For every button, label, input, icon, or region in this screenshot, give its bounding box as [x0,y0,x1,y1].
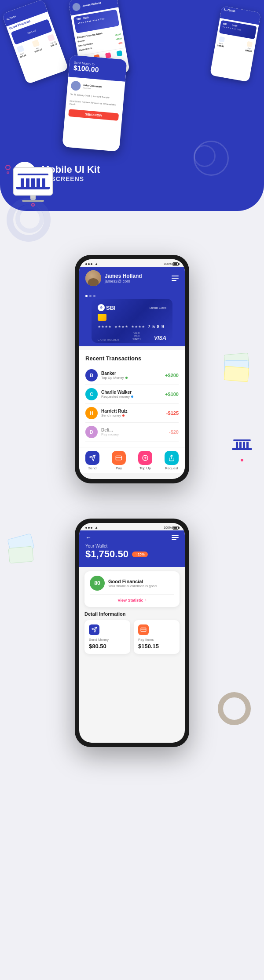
spacer-2 [0,497,264,514]
bottom-padding [0,760,264,787]
table-row: B Banker Top Up Money +$200 [85,366,179,385]
card-chip [98,314,106,321]
svg-rect-3 [141,628,146,632]
send-money-value: $80.50 [89,643,126,650]
avatar: C [85,388,98,400]
nav-topup[interactable]: Top Up [138,451,152,470]
avatar: B [85,369,98,381]
sbi-logo: ⊙ SBI [98,304,116,311]
phone-frame-1: ▲ 100% James Holland [75,255,189,483]
pay-items-icon [140,627,147,633]
nav-request[interactable]: Request [165,451,179,470]
wallet-label: Your Wallet [85,544,179,548]
send-money-label: Send Money [89,638,126,642]
spacer-1 [0,211,264,246]
card-dots-indicator [79,293,185,299]
topup-icon [142,454,149,461]
table-row: H Harriett Ruiz Send money -$125 [85,404,179,423]
good-financial-card: 80 Good Financial Your financial conditi… [84,571,180,607]
financial-sub: Your financial condition is good [108,584,174,588]
user-email: james2@.com [105,279,168,283]
phone-frame-2: ▲ 100% ← [75,519,189,747]
nav-pay[interactable]: Pay [112,451,126,470]
card-number: ★★★★ ★★★★ ★★★★ 7 5 8 9 [98,324,166,329]
phone-preview-tr: $1,750.50 SBI Debit ★★★★ ★★★★ 7589 Send … [210,6,261,82]
phone-screen-2: ▲ 100% ← [79,523,185,743]
tc-avatar [72,2,81,11]
status-bar-2: ▲ 100% [79,523,185,530]
phone-main-2-wrapper: ▲ 100% ← [0,514,264,760]
send-money-icon [91,627,97,633]
user-name: James Holland [105,273,168,279]
wallet-badge: ↑ 15% [132,552,148,557]
detail-section: Detail Information Send Money $80.50 [79,607,185,658]
pay-items-label: Pay Items [138,638,175,642]
financial-score: 80 [90,576,105,591]
deco-left [9,536,33,563]
detail-title: Detail Information [84,611,180,617]
phone-screen-1: ▲ 100% James Holland [79,259,185,479]
menu-icon[interactable] [172,276,179,281]
avatar: H [85,407,98,419]
nav-send[interactable]: Send [85,451,99,470]
hero-section: $1,750.50 Good Financial SBI Card Send $… [0,0,264,211]
detail-card-send: Send Money $80.50 [84,620,130,654]
debit-card: ⊙ SBI Debit Card ★★★★ ★★★★ ★★★★ 7 5 8 9 [92,299,172,343]
phone-main-1-wrapper: ▲ 100% James Holland [0,246,264,497]
financial-title: Good Financial [108,579,174,584]
transactions-section: Recent Transactions B Banker Top Up Mone… [79,350,185,447]
svg-rect-0 [116,456,121,460]
phone-preview-tl: $1,750.50 Good Financial SBI Card Send $… [2,0,69,84]
screen2-header: ← Your Wallet $1,750.50 ↑ 15% [79,530,185,567]
avatar: D [85,426,98,438]
pay-icon [115,454,122,461]
send-icon [89,454,96,461]
deco-bank-right [231,439,253,461]
deco-ring-bottom [218,692,251,725]
bottom-nav: Send Pay [79,447,185,473]
transactions-title: Recent Transactions [85,355,179,362]
detail-card-pay: Pay Items $150.15 [134,620,180,654]
screen1-header: James Holland james2@.com [79,267,185,293]
back-button[interactable]: ← [85,534,92,541]
view-statistic-link[interactable]: View Statistic [118,598,143,603]
table-row: C Charlie Walker Requested money +$100 [85,385,179,404]
send-avatar [70,80,81,91]
deco-money-right [224,354,251,389]
status-bar-1: ▲ 100% [79,259,185,267]
wallet-amount: $1,750.50 [85,548,128,560]
phone-preview-mid: Send Money to $100.00 Jake Chairman Rece… [62,55,127,152]
table-row: D Deli... Pay money -$20 [85,423,179,442]
request-icon [168,454,175,461]
visa-logo: VISA [154,335,166,341]
menu-icon-2[interactable] [172,535,179,540]
user-avatar [85,270,101,286]
deco-circle-2 [194,145,216,167]
pay-items-value: $150.15 [138,643,175,650]
